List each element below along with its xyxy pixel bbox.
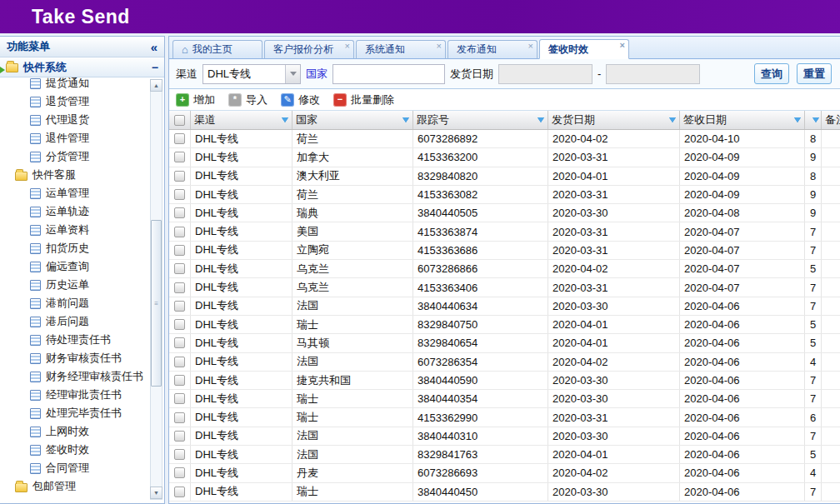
channel-select[interactable]: DHL专线 [202, 64, 301, 84]
row-checkbox[interactable] [174, 207, 185, 218]
table-row[interactable]: DHL专线立陶宛41533636862020-03-312020-04-077 [169, 242, 840, 260]
chevron-down-icon[interactable] [285, 65, 300, 83]
reset-button[interactable]: 重置 [797, 63, 832, 84]
row-checkbox[interactable] [174, 412, 185, 423]
table-row[interactable]: DHL专线澳大利亚83298408202020-04-012020-04-098 [169, 167, 840, 186]
sidebar-item-经理审批责任书[interactable]: 经理审批责任书 [0, 386, 164, 404]
close-icon[interactable]: × [528, 42, 533, 51]
table-row[interactable]: DHL专线加拿大41533632002020-03-312020-04-099 [169, 148, 840, 167]
filter-dropdown-icon[interactable] [538, 117, 544, 122]
sidebar-item-待处理责任书[interactable]: 待处理责任书 [0, 331, 164, 349]
collapse-minus-icon[interactable]: − [152, 61, 158, 74]
row-checkbox[interactable] [174, 393, 185, 404]
toolbar-button-修改[interactable]: ✎修改 [281, 92, 320, 107]
sidebar-item-退货管理[interactable]: 退货管理 [0, 92, 164, 111]
ship-date-to-input[interactable] [606, 64, 700, 84]
sidebar-section-express-system[interactable]: 快件系统 − [0, 57, 164, 77]
row-checkbox[interactable] [174, 282, 185, 293]
row-checkbox[interactable] [174, 152, 185, 162]
toolbar-button-导入[interactable]: *导入 [228, 92, 268, 107]
table-row[interactable]: DHL专线马其顿83298406542020-04-012020-04-065 [169, 334, 840, 352]
filter-dropdown-icon[interactable] [282, 117, 288, 122]
tab-发布通知[interactable]: 发布通知× [448, 40, 538, 59]
column-header-channel[interactable]: 渠道 [191, 111, 292, 129]
row-checkbox[interactable] [174, 449, 185, 460]
sidebar-item-提货通知[interactable]: 提货通知 [0, 77, 164, 92]
table-row[interactable]: DHL专线荷兰60732868922020-04-022020-04-108 [169, 130, 840, 148]
sidebar-item-财务经理审核责任书[interactable]: 财务经理审核责任书 [0, 367, 164, 386]
row-checkbox[interactable] [174, 431, 185, 442]
sidebar-collapse-icon[interactable]: « [151, 40, 158, 54]
sidebar-item-运单资料[interactable]: 运单资料 [0, 221, 164, 239]
filter-dropdown-icon[interactable] [812, 117, 819, 122]
sidebar-scrollbar[interactable]: ▲ ≡ ▼ [150, 79, 162, 500]
row-checkbox[interactable] [174, 133, 185, 144]
sidebar-item-快件客服[interactable]: 快件客服 [0, 166, 164, 184]
column-header-sign_date[interactable]: 签收日期 [680, 111, 805, 129]
toolbar-button-批量删除[interactable]: −批量删除 [333, 92, 394, 107]
sidebar-item-偏远查询[interactable]: 偏远查询 [0, 257, 164, 276]
sidebar-item-合同管理[interactable]: 合同管理 [0, 459, 164, 477]
sidebar-item-分货管理[interactable]: 分货管理 [0, 147, 164, 166]
filter-dropdown-icon[interactable] [794, 117, 801, 122]
table-row[interactable]: DHL专线捷克共和国38404405902020-03-302020-04-06… [169, 372, 840, 390]
row-checkbox[interactable] [174, 357, 185, 367]
tab-我的主页[interactable]: ⌂我的主页 [172, 40, 262, 59]
scroll-up-arrow-icon[interactable]: ▲ [150, 79, 162, 92]
table-row[interactable]: DHL专线乌克兰60732868662020-04-022020-04-075 [169, 260, 840, 278]
row-checkbox[interactable] [174, 189, 185, 200]
tab-签收时效[interactable]: 签收时效× [539, 39, 629, 59]
sidebar-item-退件管理[interactable]: 退件管理 [0, 129, 164, 147]
ship-date-from-input[interactable] [498, 64, 592, 84]
sidebar-item-财务审核责任书[interactable]: 财务审核责任书 [0, 349, 164, 367]
row-checkbox[interactable] [174, 301, 185, 312]
row-checkbox[interactable] [174, 375, 185, 386]
table-row[interactable]: DHL专线乌克兰41533634062020-03-312020-04-077 [169, 278, 840, 297]
table-row[interactable]: DHL专线法国38404403102020-03-302020-04-067 [169, 427, 840, 446]
close-icon[interactable]: × [345, 42, 350, 51]
row-checkbox[interactable] [174, 245, 185, 256]
sidebar-item-上网时效[interactable]: 上网时效 [0, 422, 164, 441]
row-checkbox[interactable] [174, 227, 185, 237]
close-icon[interactable]: × [437, 42, 442, 51]
filter-dropdown-icon[interactable] [669, 117, 676, 122]
table-row[interactable]: DHL专线瑞士38404403542020-03-302020-04-067 [169, 390, 840, 408]
filter-dropdown-icon[interactable] [402, 117, 409, 122]
sidebar-item-运单轨迹[interactable]: 运单轨迹 [0, 202, 164, 221]
row-checkbox[interactable] [174, 263, 185, 274]
column-header-tracking_no[interactable]: 跟踪号 [413, 111, 548, 129]
toolbar-button-增加[interactable]: +增加 [176, 92, 215, 107]
table-row[interactable]: DHL专线美国41533638742020-03-312020-04-077 [169, 222, 840, 241]
scrollbar-thumb[interactable]: ≡ [151, 220, 162, 387]
table-row[interactable]: DHL专线法国83298417632020-04-012020-04-065 [169, 446, 840, 464]
country-input[interactable] [332, 64, 445, 84]
row-checkbox[interactable] [174, 319, 185, 330]
column-header-country[interactable]: 国家 [292, 111, 413, 129]
sidebar-item-签收时效[interactable]: 签收时效 [0, 441, 164, 459]
table-row[interactable]: DHL专线瑞典38404405052020-03-302020-04-089 [169, 204, 840, 222]
column-header-check[interactable] [169, 111, 191, 129]
row-checkbox[interactable] [174, 467, 185, 478]
table-row[interactable]: DHL专线瑞士38404404502020-03-302020-04-067 [169, 483, 840, 502]
table-row[interactable]: DHL专线法国38404406342020-03-302020-04-067 [169, 297, 840, 316]
table-row[interactable]: DHL专线法国60732863542020-04-022020-04-064 [169, 353, 840, 372]
sidebar-item-包邮管理[interactable]: 包邮管理 [0, 477, 164, 496]
row-checkbox[interactable] [174, 171, 185, 182]
sidebar-item-历史运单[interactable]: 历史运单 [0, 276, 164, 294]
sidebar-item-运单管理[interactable]: 运单管理 [0, 184, 164, 202]
table-row[interactable]: DHL专线瑞士41533629902020-03-312020-04-066 [169, 408, 840, 427]
table-row[interactable]: DHL专线丹麦60732866932020-04-022020-04-064 [169, 464, 840, 482]
column-header-ship_date[interactable]: 发货日期 [548, 111, 680, 129]
sidebar-item-处理完毕责任书[interactable]: 处理完毕责任书 [0, 404, 164, 422]
sidebar-item-港后问题[interactable]: 港后问题 [0, 312, 164, 331]
close-icon[interactable]: × [620, 41, 625, 50]
tab-系统通知[interactable]: 系统通知× [356, 40, 446, 59]
sidebar-item-港前问题[interactable]: 港前问题 [0, 294, 164, 312]
scroll-down-arrow-icon[interactable]: ▼ [150, 487, 162, 499]
select-all-checkbox[interactable] [174, 115, 185, 126]
column-header-days[interactable] [805, 111, 822, 129]
table-row[interactable]: DHL专线荷兰41533630822020-03-312020-04-099 [169, 186, 840, 204]
query-button[interactable]: 查询 [754, 63, 789, 84]
row-checkbox[interactable] [174, 487, 185, 497]
sidebar-item-扣货历史[interactable]: 扣货历史 [0, 239, 164, 257]
